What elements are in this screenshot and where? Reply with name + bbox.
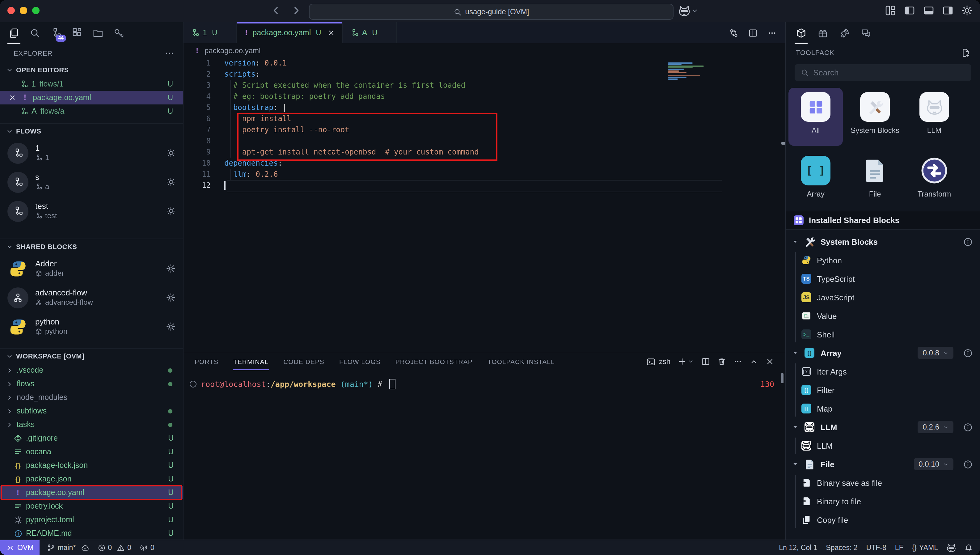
- search-activity-icon[interactable]: [30, 27, 40, 38]
- toolpack-category-all[interactable]: All: [788, 92, 843, 135]
- folder-activity-icon[interactable]: [93, 27, 103, 38]
- terminal[interactable]: root@localhost:/app/workspace (main*) # …: [184, 371, 785, 540]
- sash-handle[interactable]: [781, 142, 785, 144]
- close-icon[interactable]: [9, 94, 16, 101]
- info-icon[interactable]: [963, 237, 973, 246]
- toolpack-search-input[interactable]: Search: [794, 64, 971, 81]
- flows-activity-icon[interactable]: 44: [51, 27, 61, 38]
- info-icon[interactable]: [963, 422, 973, 432]
- kill-terminal-icon[interactable]: [717, 357, 726, 366]
- panel-tab-flow-logs[interactable]: FLOW LOGS: [339, 352, 381, 371]
- version-dropdown[interactable]: 0.2.6: [918, 421, 953, 433]
- caret-down-icon[interactable]: [792, 239, 798, 245]
- block-item-python[interactable]: Python: [786, 251, 980, 269]
- new-terminal-button[interactable]: [678, 357, 694, 366]
- explorer-more-icon[interactable]: ···: [166, 50, 174, 57]
- block-item-filter[interactable]: [ ] Filter: [786, 381, 980, 399]
- toolpack-category-array[interactable]: [ ]Array: [788, 156, 843, 199]
- gear-icon[interactable]: [166, 148, 176, 157]
- split-editor-icon[interactable]: [748, 28, 757, 37]
- ports-indicator[interactable]: 0: [136, 540, 159, 555]
- version-dropdown[interactable]: 0.0.10: [914, 458, 953, 470]
- flow-card[interactable]: s a: [0, 167, 183, 197]
- toolpack-activity-icon[interactable]: [796, 27, 806, 38]
- customize-layout-icon[interactable]: [885, 5, 896, 16]
- file-tree-item[interactable]: !package.oo.yamlU: [0, 486, 183, 499]
- block-item-value[interactable]: Value: [786, 306, 980, 325]
- file-tree-item[interactable]: {}package.jsonU: [0, 472, 183, 486]
- indentation-indicator[interactable]: Spaces: 2: [821, 540, 862, 555]
- settings-gear-icon[interactable]: [961, 5, 973, 16]
- shell-selector[interactable]: zsh: [647, 357, 671, 366]
- panel-tab-toolpack-install[interactable]: TOOLPACK INSTALL: [488, 352, 555, 371]
- gear-icon[interactable]: [166, 322, 176, 331]
- close-panel-icon[interactable]: [765, 357, 774, 366]
- workspace-header[interactable]: WORKSPACE [OVM]: [0, 348, 183, 363]
- block-item-javascript[interactable]: JS JavaScript: [786, 288, 980, 306]
- encoding-indicator[interactable]: UTF-8: [862, 540, 891, 555]
- assistant-status[interactable]: [942, 540, 960, 555]
- minimize-window-button[interactable]: [20, 7, 27, 14]
- file-tree-item[interactable]: flows: [0, 377, 183, 391]
- block-group-array[interactable]: [ ] Array0.0.8: [786, 343, 980, 362]
- flows-header[interactable]: FLOWS: [0, 124, 183, 138]
- forward-button[interactable]: [290, 5, 301, 16]
- block-item-map[interactable]: [ ] Map: [786, 399, 980, 418]
- block-item-copy-file[interactable]: Copy file: [786, 510, 980, 529]
- toggle-right-sidebar-icon[interactable]: [942, 5, 953, 16]
- flow-card[interactable]: test test: [0, 197, 183, 226]
- close-icon[interactable]: [327, 29, 335, 37]
- open-editor-item[interactable]: Aflows/aU: [0, 104, 183, 118]
- block-item-shell[interactable]: >_ Shell: [786, 325, 980, 343]
- caret-down-icon[interactable]: [792, 461, 798, 467]
- gear-icon[interactable]: [166, 264, 176, 273]
- notifications-bell[interactable]: [960, 540, 980, 555]
- command-center[interactable]: usage-guide [OVM]: [309, 4, 674, 20]
- caret-down-icon[interactable]: [792, 424, 798, 430]
- block-item-iter-args[interactable]: [x] Iter Args: [786, 362, 980, 381]
- editor-tab[interactable]: 1 U: [184, 22, 236, 43]
- version-dropdown[interactable]: 0.0.8: [918, 347, 953, 359]
- new-toolpack-icon[interactable]: [961, 48, 970, 57]
- remote-indicator[interactable]: OVM: [0, 540, 40, 555]
- info-icon[interactable]: [963, 459, 973, 469]
- file-tree-item[interactable]: node_modules: [0, 391, 183, 404]
- toolpack-category-system-blocks[interactable]: System Blocks: [848, 92, 902, 135]
- maximize-panel-icon[interactable]: [749, 357, 758, 366]
- problems-indicator[interactable]: 0 0: [93, 540, 136, 555]
- split-terminal-icon[interactable]: [701, 357, 710, 366]
- minimap[interactable]: [668, 63, 713, 80]
- eol-indicator[interactable]: LF: [891, 540, 908, 555]
- close-window-button[interactable]: [7, 7, 15, 14]
- explorer-activity-icon[interactable]: [9, 27, 19, 38]
- chat-activity-icon[interactable]: [861, 27, 871, 38]
- panel-more-icon[interactable]: [733, 357, 742, 366]
- back-button[interactable]: [271, 5, 282, 16]
- block-item-binary-save-as-file[interactable]: Binary save as file: [786, 473, 980, 492]
- block-item-binary-to-file[interactable]: Binary to file: [786, 492, 980, 510]
- gear-icon[interactable]: [166, 207, 176, 216]
- file-tree-item[interactable]: .gitignoreU: [0, 431, 183, 445]
- block-group-llm[interactable]: LLM0.2.6: [786, 418, 980, 436]
- shared-block-card[interactable]: advanced-flow advanced-flow: [0, 283, 183, 312]
- info-icon[interactable]: [963, 348, 973, 358]
- flow-card[interactable]: 1 1: [0, 138, 183, 167]
- assistant-menu[interactable]: [679, 5, 698, 17]
- open-editors-header[interactable]: OPEN EDITORS: [0, 63, 183, 77]
- shared-block-card[interactable]: python python: [0, 312, 183, 341]
- file-tree-item[interactable]: poetry.lockU: [0, 499, 183, 513]
- panel-tab-code-deps[interactable]: CODE DEPS: [283, 352, 324, 371]
- block-group-system-blocks[interactable]: System Blocks: [786, 233, 980, 251]
- file-tree-item[interactable]: {}package-lock.jsonU: [0, 459, 183, 472]
- caret-down-icon[interactable]: [792, 350, 798, 356]
- file-tree-item[interactable]: oocanaU: [0, 445, 183, 459]
- block-item-llm[interactable]: LLM: [786, 436, 980, 455]
- cursor-position[interactable]: Ln 12, Col 1: [775, 540, 821, 555]
- block-item-typescript[interactable]: TS TypeScript: [786, 269, 980, 288]
- gear-icon[interactable]: [166, 293, 176, 302]
- block-group-file[interactable]: File0.0.10: [786, 455, 980, 473]
- gift-activity-icon[interactable]: [817, 27, 828, 38]
- toggle-left-sidebar-icon[interactable]: [904, 5, 915, 16]
- file-tree-item[interactable]: README.mdU: [0, 526, 183, 540]
- open-editor-item[interactable]: 1flows/1U: [0, 77, 183, 91]
